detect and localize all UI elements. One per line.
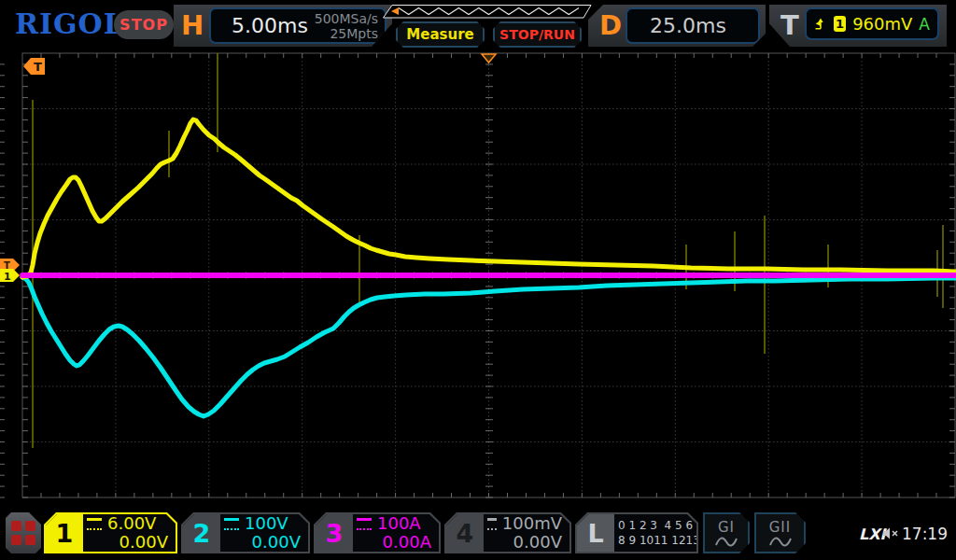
digital-channel-list: 0 1 2 3 4 5 6 78 9 1011 12131415 (618, 517, 691, 549)
ch4-scale: 100mV (502, 514, 562, 533)
delay-box: 25.0ms (626, 7, 760, 44)
ch3-scale: 100A (377, 514, 421, 533)
edge-trigger-icon (814, 16, 827, 33)
dc-coupling-icon (87, 518, 102, 530)
measure-button[interactable]: Measure (396, 21, 485, 48)
speaker-muted-icon (882, 526, 899, 540)
sine-icon (769, 537, 792, 547)
ch4-offset: 0.00V (487, 533, 562, 552)
waveform-display[interactable]: TT1 (0, 0, 956, 560)
delay-position-marker (482, 54, 496, 63)
dc-coupling-icon (357, 518, 372, 530)
ch2-trace (22, 277, 956, 416)
channel-2-button[interactable]: 2 100V 0.00V (181, 512, 310, 553)
dc-coupling-icon (224, 518, 239, 530)
channel-3-button[interactable]: 3 100A 0.00A (314, 512, 441, 553)
ch1-scale: 6.00V (107, 514, 156, 533)
svg-text:1: 1 (4, 271, 11, 283)
menu-button[interactable] (6, 512, 41, 553)
stop-run-button[interactable]: STOP/RUN (493, 21, 582, 48)
run-state-badge: STOP (114, 10, 174, 39)
sine-icon (715, 537, 738, 547)
clock: 17:19 (902, 525, 948, 543)
timebase-box: 5.00ms 500MSa/s 25Mpts (209, 7, 387, 44)
gen1-button[interactable]: GI (703, 512, 750, 553)
top-status-bar: RIGOL STOP H 5.00ms 500MSa/s 25Mpts Meas… (0, 0, 956, 52)
svg-text:T: T (34, 60, 42, 74)
trigger-panel[interactable]: T 1 960mV A (769, 5, 947, 47)
channel-4-button[interactable]: 4 100mV 0.00V (444, 512, 571, 553)
ch2-offset: 0.00V (224, 533, 301, 552)
dc-coupling-icon (487, 518, 497, 530)
rigol-logo: RIGOL (15, 7, 124, 40)
acquisition-info: 500MSa/s 25Mpts (315, 11, 378, 41)
bottom-status-bar: 1 6.00V 0.00V 2 100V 0.00V 3 100A 0.00A … (0, 509, 956, 560)
horizontal-label: H (181, 9, 204, 41)
menu-grid-icon (11, 521, 35, 545)
ch2-scale: 100V (245, 514, 288, 533)
delay-panel[interactable]: D 25.0ms (588, 5, 766, 47)
ch1-offset: 0.00V (87, 533, 168, 552)
oscilloscope-screen: TT1 RIGOL STOP H 5.00ms 500MSa/s 25Mpts … (0, 0, 956, 560)
trigger-label: T (780, 9, 799, 41)
trigger-source-badge: 1 (834, 16, 846, 32)
delay-label: D (599, 9, 622, 41)
noise-spikes (33, 53, 943, 448)
trigger-mode: A (919, 15, 930, 34)
channel-1-button[interactable]: 1 6.00V 0.00V (44, 512, 177, 553)
memory-overview-bar[interactable] (383, 5, 592, 19)
gen2-button[interactable]: GII (754, 512, 806, 553)
logic-analyzer-button[interactable]: L 0 1 2 3 4 5 6 78 9 1011 12131415 (575, 512, 698, 553)
ch3-offset: 0.00A (357, 533, 431, 552)
trigger-level-value: 960mV (852, 14, 912, 34)
delay-value: 25.0ms (650, 14, 726, 37)
horizontal-panel[interactable]: H 5.00ms 500MSa/s 25Mpts (174, 5, 392, 47)
timebase-value: 5.00ms (232, 14, 308, 37)
trigger-box: 1 960mV A (805, 7, 939, 40)
